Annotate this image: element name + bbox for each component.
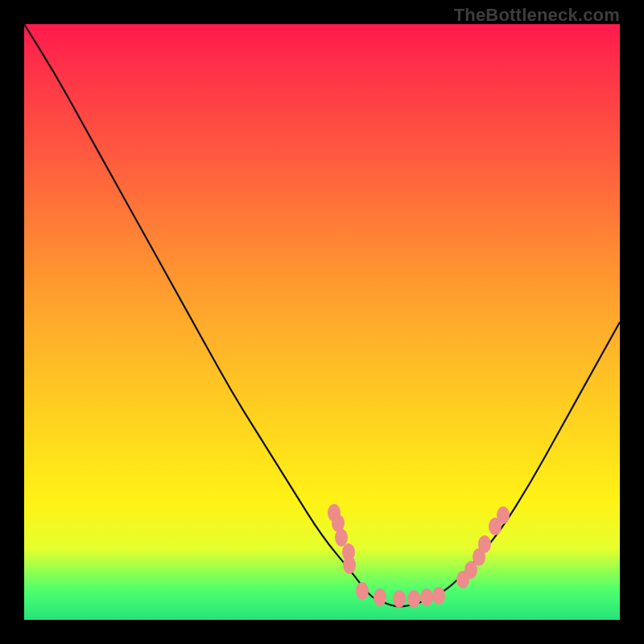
- plot-area: [24, 24, 620, 620]
- curve-marker: [393, 590, 406, 608]
- curve-marker: [343, 556, 356, 574]
- bottleneck-curve: [24, 24, 620, 620]
- curve-marker: [478, 535, 491, 553]
- curve-marker: [432, 587, 445, 605]
- curve-marker: [356, 582, 369, 600]
- curve-marker: [374, 588, 386, 606]
- curve-marker: [497, 506, 510, 524]
- chart-frame: TheBottleneck.com: [0, 0, 644, 644]
- curve-marker: [335, 529, 348, 547]
- watermark-text: TheBottleneck.com: [454, 5, 620, 26]
- curve-marker: [407, 590, 420, 608]
- curve-marker: [420, 588, 433, 606]
- marker-cluster: [328, 504, 510, 608]
